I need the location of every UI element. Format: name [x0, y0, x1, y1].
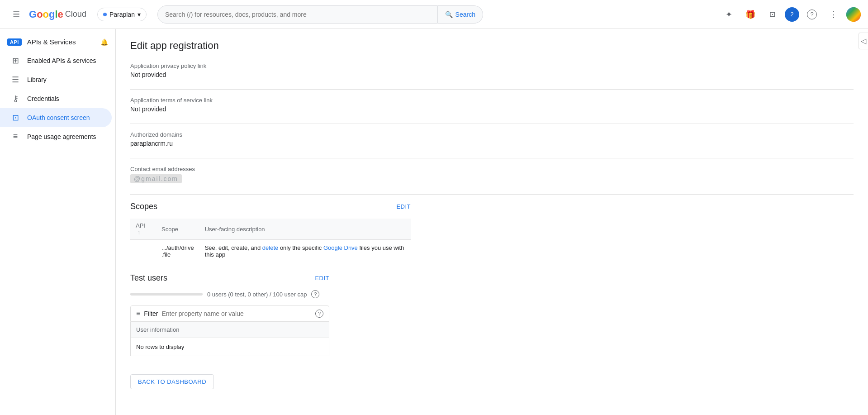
scopes-section: Scopes EDIT API ↑ Scope User-facing desc… [130, 202, 411, 262]
divider-4 [130, 194, 854, 195]
scope-googledrive-link[interactable]: Google Drive [323, 244, 358, 251]
monitor-button[interactable]: ⊡ [763, 5, 781, 24]
sidebar-header: API APIs & Services 🔔 [0, 33, 115, 51]
sidebar-item-page-usage[interactable]: ≡ Page usage agreements [0, 127, 112, 146]
divider-3 [130, 158, 854, 158]
more-options-button[interactable]: ⋮ [825, 5, 843, 24]
contact-email-label: Contact email addresses [130, 166, 854, 172]
filter-help-icon[interactable]: ? [315, 310, 323, 318]
test-users-title: Test users [130, 273, 167, 283]
notification-bell-icon[interactable]: 🔔 [100, 38, 108, 46]
scopes-table: API ↑ Scope User-facing description .../… [130, 219, 411, 262]
google-cloud-logo[interactable]: Google Cloud [29, 9, 86, 20]
sparkle-button[interactable]: ✦ [720, 5, 738, 24]
scope-api-cell [130, 240, 156, 263]
help-icon: ? [807, 10, 817, 19]
filter-bar: ≡ Filter ? [130, 305, 329, 322]
sidebar-item-library[interactable]: ☰ Library [0, 70, 112, 89]
filter-icon: ≡ [136, 310, 140, 318]
terms-of-service-value: Not provided [130, 105, 854, 113]
profile-avatar [846, 7, 861, 22]
gift-button[interactable]: 🎁 [741, 5, 759, 24]
search-button-label: Search [455, 11, 475, 18]
privacy-policy-field: Application privacy policy link Not prov… [130, 62, 854, 78]
sidebar: API APIs & Services 🔔 ⊞ Enabled APIs & s… [0, 29, 116, 415]
user-cap-bar: 0 users (0 test, 0 other) / 100 user cap… [130, 290, 329, 298]
sidebar-item-label: Credentials [27, 95, 59, 102]
page-usage-icon: ≡ [11, 132, 20, 141]
project-selector[interactable]: Paraplan ▾ [97, 8, 147, 21]
project-dot [103, 13, 107, 16]
scopes-col-api: API ↑ [130, 219, 156, 240]
search-icon: 🔍 [445, 11, 453, 18]
back-to-dashboard-button[interactable]: BACK TO DASHBOARD [130, 374, 214, 389]
user-avatar[interactable]: 2 [785, 7, 799, 22]
help-button[interactable]: ? [803, 5, 821, 24]
privacy-policy-label: Application privacy policy link [130, 62, 854, 69]
users-table-header-row: User information [131, 322, 329, 338]
cap-help-icon[interactable]: ? [311, 290, 319, 298]
test-users-section: Test users EDIT 0 users (0 test, 0 other… [130, 273, 329, 356]
divider-2 [130, 124, 854, 124]
svg-point-0 [846, 7, 861, 22]
oauth-icon: ⊡ [11, 113, 20, 123]
main-content: Edit app registration Application privac… [116, 29, 868, 415]
sort-icon[interactable]: ↑ [138, 229, 140, 236]
search-input[interactable] [157, 5, 438, 24]
api-badge: API [7, 38, 22, 46]
cap-text: 0 users (0 test, 0 other) / 100 user cap [207, 291, 307, 298]
terms-of-service-label: Application terms of service link [130, 97, 854, 104]
sidebar-item-label: Enabled APIs & services [27, 57, 96, 64]
scope-description-cell: See, edit, create, and delete only the s… [199, 240, 411, 263]
scope-row: .../auth/drive.file See, edit, create, a… [130, 240, 411, 263]
sidebar-title: APIs & Services [27, 38, 76, 46]
library-icon: ☰ [11, 75, 20, 85]
app-container: API APIs & Services 🔔 ⊞ Enabled APIs & s… [0, 29, 868, 415]
nav-left: ☰ Google Cloud Paraplan ▾ [7, 5, 147, 24]
users-col-info: User information [131, 322, 329, 338]
search-button[interactable]: 🔍 Search [438, 5, 483, 24]
enabled-apis-icon: ⊞ [11, 56, 20, 66]
scope-delete-link[interactable]: delete [262, 244, 278, 251]
credentials-icon: ⚷ [11, 94, 20, 104]
gift-icon: 🎁 [745, 10, 755, 19]
top-navigation: ☰ Google Cloud Paraplan ▾ 🔍 Search ✦ 🎁 [0, 0, 868, 29]
authorized-domains-label: Authorized domains [130, 131, 854, 138]
monitor-icon: ⊡ [769, 10, 775, 19]
page-title: Edit app registration [130, 40, 854, 52]
test-users-edit-button[interactable]: EDIT [315, 275, 329, 281]
hamburger-menu-button[interactable]: ☰ [7, 5, 25, 24]
sidebar-item-credentials[interactable]: ⚷ Credentials [0, 89, 112, 108]
nav-right: ✦ 🎁 ⊡ 2 ? ⋮ [720, 5, 861, 24]
sidebar-item-enabled-apis[interactable]: ⊞ Enabled APIs & services [0, 51, 112, 70]
scope-scope-cell: .../auth/drive.file [156, 240, 199, 263]
scopes-header: Scopes EDIT [130, 202, 411, 211]
no-rows-message: No rows to display [131, 338, 329, 356]
test-users-header: Test users EDIT [130, 273, 329, 283]
cloud-text: Cloud [65, 10, 86, 19]
authorized-domains-field: Authorized domains paraplancrm.ru [130, 131, 854, 147]
contact-email-value: @gmail.com [130, 174, 182, 183]
divider-1 [130, 89, 854, 90]
project-name: Paraplan [109, 11, 135, 18]
sidebar-item-label: Page usage agreements [27, 133, 96, 140]
privacy-policy-value: Not provided [130, 71, 854, 78]
scopes-col-scope: Scope [156, 219, 199, 240]
sidebar-item-label: OAuth consent screen [27, 114, 90, 121]
terms-of-service-field: Application terms of service link Not pr… [130, 97, 854, 113]
scopes-table-header-row: API ↑ Scope User-facing description [130, 219, 411, 240]
search-bar: 🔍 Search [157, 5, 483, 24]
authorized-domains-value: paraplancrm.ru [130, 140, 854, 147]
scopes-edit-button[interactable]: EDIT [396, 203, 411, 210]
sidebar-item-label: Library [27, 76, 47, 83]
contact-email-field: Contact email addresses @gmail.com [130, 166, 854, 183]
user-profile-button[interactable] [846, 7, 861, 22]
collapse-sidebar-button[interactable]: ◁ [859, 33, 868, 49]
scopes-col-description: User-facing description [199, 219, 411, 240]
no-rows-row: No rows to display [131, 338, 329, 356]
sidebar-item-oauth-consent[interactable]: ⊡ OAuth consent screen [0, 108, 112, 127]
chevron-down-icon: ▾ [138, 11, 141, 18]
more-icon: ⋮ [830, 10, 838, 19]
filter-label: Filter [144, 310, 158, 317]
filter-input[interactable] [161, 310, 312, 317]
